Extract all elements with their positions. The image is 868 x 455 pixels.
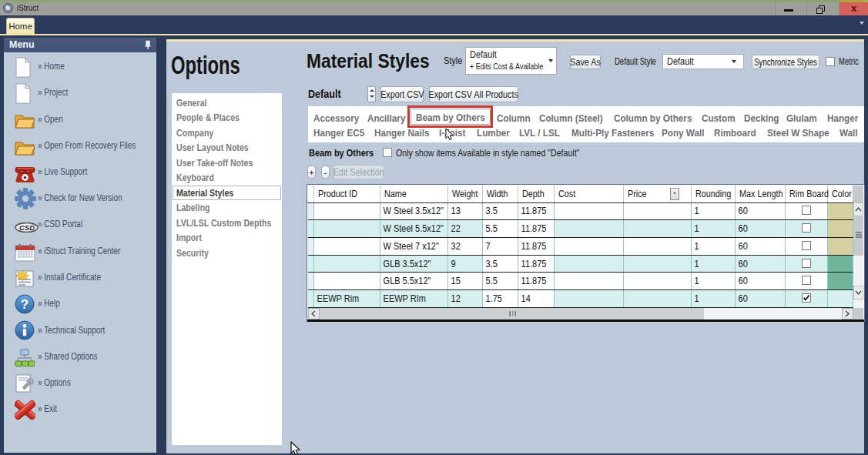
- svg-text:?: ?: [21, 297, 28, 312]
- svg-text:CSD: CSD: [19, 223, 35, 232]
